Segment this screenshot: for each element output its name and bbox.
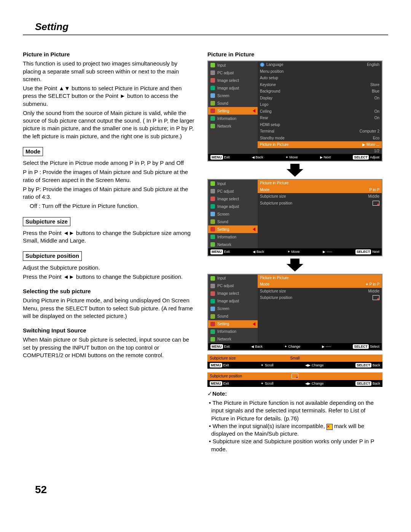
sidebar-item-setting[interactable]: Setting bbox=[208, 225, 258, 233]
sidebar-item-pc-adjust[interactable]: PC adjust bbox=[208, 187, 258, 195]
setting-row[interactable]: TerminalComputer 2 bbox=[258, 128, 382, 135]
caret-icon bbox=[253, 322, 255, 326]
sidebar-item-sound[interactable]: Sound bbox=[208, 99, 258, 107]
setting-row[interactable]: ModeP in P bbox=[258, 187, 382, 193]
sidebar-item-network[interactable]: Network bbox=[208, 122, 258, 130]
menu-icon bbox=[210, 291, 215, 296]
horizontal-rule bbox=[23, 34, 388, 35]
setting-row[interactable]: Menu position bbox=[258, 68, 382, 75]
setting-row[interactable]: Logo bbox=[258, 101, 382, 108]
hint-item: SELECTSelect bbox=[353, 344, 379, 349]
setting-row[interactable]: KeystoneStore bbox=[258, 81, 382, 88]
sidebar-item-image-select[interactable]: Image select bbox=[208, 290, 258, 297]
hint-item: ✦ Scroll bbox=[261, 363, 273, 367]
note-3: • Subpicture size and Subpicture positio… bbox=[207, 438, 382, 453]
hint-item: ✦ Move bbox=[285, 155, 298, 160]
hint-item: SELECTBack bbox=[355, 363, 380, 367]
hint-item: ◀▶ Change bbox=[305, 381, 323, 386]
setting-row[interactable]: Subpicture position bbox=[258, 200, 382, 207]
sidebar-item-sound[interactable]: Sound bbox=[208, 218, 258, 225]
setting-row[interactable]: Subpicture sizeMiddle bbox=[258, 288, 382, 295]
sidebar-item-network[interactable]: Network bbox=[208, 241, 258, 248]
sidebar-item-setting[interactable]: Setting bbox=[208, 320, 258, 328]
menu-icon bbox=[210, 181, 215, 186]
menu-icon bbox=[210, 299, 215, 304]
sidebar-item-pc-adjust[interactable]: PC adjust bbox=[208, 69, 258, 77]
position-icon bbox=[292, 374, 298, 379]
sidebar-item-input[interactable]: Input bbox=[208, 61, 258, 69]
menu-icon bbox=[210, 235, 215, 239]
menu-icon bbox=[210, 189, 215, 193]
subsize-heading: Subpicture size bbox=[23, 217, 70, 226]
hint-item: ✦ Scroll bbox=[261, 381, 273, 386]
sidebar-item-image-adjust[interactable]: Image adjust bbox=[208, 203, 258, 210]
hint-item: MENUExit bbox=[210, 155, 230, 160]
sidebar-item-image-adjust[interactable]: Image adjust bbox=[208, 297, 258, 305]
menu-icon bbox=[210, 93, 215, 98]
menu-icon bbox=[210, 204, 215, 209]
down-arrow-icon bbox=[287, 259, 303, 272]
sidebar-item-information[interactable]: Information bbox=[208, 233, 258, 241]
selecting-text: During Picture in Picture mode, and bein… bbox=[23, 297, 196, 320]
setting-row[interactable]: Subpicture sizeMiddle bbox=[258, 193, 382, 200]
menu-icon bbox=[210, 116, 215, 121]
sidebar-item-input[interactable]: Input bbox=[208, 275, 258, 282]
note-2: • When the input signal(s) is/are incomp… bbox=[207, 422, 382, 438]
setting-row[interactable]: CeilingOn bbox=[258, 108, 382, 115]
menu-icon bbox=[210, 78, 215, 83]
sidebar-item-setting[interactable]: Setting bbox=[208, 107, 258, 115]
right-column: Picture in Picture InputPC adjustImage s… bbox=[207, 47, 382, 453]
hint-item: MENUExit bbox=[210, 344, 230, 349]
menu-icon bbox=[210, 109, 215, 113]
pip-heading: Picture in Picture bbox=[23, 51, 196, 58]
menu-icon bbox=[210, 124, 215, 128]
menu-icon bbox=[210, 329, 215, 334]
setting-row[interactable]: HDMI setup bbox=[258, 121, 382, 128]
menu-icon bbox=[210, 197, 215, 201]
pip-use: Use the Point ▲▼ buttons to select Pictu… bbox=[23, 85, 196, 108]
hint-item: ▶ ----- bbox=[323, 249, 332, 254]
menu-icon bbox=[210, 314, 215, 319]
mode-pbyp: P by P: Provide the images of Main pictu… bbox=[23, 185, 196, 201]
menu-icon bbox=[210, 337, 215, 342]
setting-row[interactable]: Auto setup bbox=[258, 75, 382, 81]
sidebar-item-pc-adjust[interactable]: PC adjust bbox=[208, 282, 258, 290]
menu-icon bbox=[210, 212, 215, 216]
hint-item: SELECTBack bbox=[355, 381, 380, 386]
sidebar-item-image-adjust[interactable]: Image adjust bbox=[208, 84, 258, 92]
subpos-bar: Subpicture position bbox=[207, 372, 382, 380]
sidebar-item-image-select[interactable]: Image select bbox=[208, 195, 258, 203]
setting-row[interactable]: RearOn bbox=[258, 115, 382, 121]
switching-text: When Main picture or Sub picture is sele… bbox=[23, 336, 196, 359]
subsize-bar: Subpicture sizeSmall bbox=[207, 355, 382, 362]
x-mark-icon: × bbox=[327, 424, 333, 430]
page-title: Setting bbox=[35, 21, 388, 33]
sidebar-item-input[interactable]: Input bbox=[208, 180, 258, 187]
mode-heading: Mode bbox=[23, 147, 43, 156]
sidebar-item-image-select[interactable]: Image select bbox=[208, 77, 258, 84]
menu-icon bbox=[210, 227, 215, 232]
hint-item: ✦ Change bbox=[284, 344, 300, 349]
caret-icon bbox=[253, 227, 255, 231]
mode-intro: Select the Picture in Pictrue mode among… bbox=[23, 159, 196, 167]
setting-row[interactable]: Standby modeEco bbox=[258, 135, 382, 142]
sidebar-item-screen[interactable]: Screen bbox=[208, 92, 258, 99]
sidebar-item-sound[interactable]: Sound bbox=[208, 313, 258, 320]
sidebar-item-network[interactable]: Network bbox=[208, 335, 258, 343]
hint-item: ◀▶ Change bbox=[305, 363, 323, 367]
setting-row[interactable]: Subpicture position bbox=[258, 294, 382, 301]
globe-icon bbox=[260, 62, 264, 67]
menu-icon bbox=[210, 322, 215, 326]
hint-item: ▶ Next bbox=[320, 155, 331, 160]
osd-menu-2: InputPC adjustImage selectImage adjustSc… bbox=[207, 179, 382, 256]
setting-row[interactable]: DisplayOn bbox=[258, 95, 382, 102]
sidebar-item-information[interactable]: Information bbox=[208, 328, 258, 335]
setting-row[interactable]: Mode✦ P in P bbox=[258, 281, 382, 288]
setting-row[interactable]: BackgroundBlue bbox=[258, 88, 382, 95]
sidebar-item-screen[interactable]: Screen bbox=[208, 305, 258, 313]
menu-icon bbox=[210, 276, 215, 281]
sidebar-item-screen[interactable]: Screen bbox=[208, 210, 258, 218]
sidebar-item-information[interactable]: Information bbox=[208, 115, 258, 122]
selecting-heading: Selecting the sub picture bbox=[23, 288, 196, 295]
hint-item: SELECTAdjust bbox=[353, 155, 379, 160]
